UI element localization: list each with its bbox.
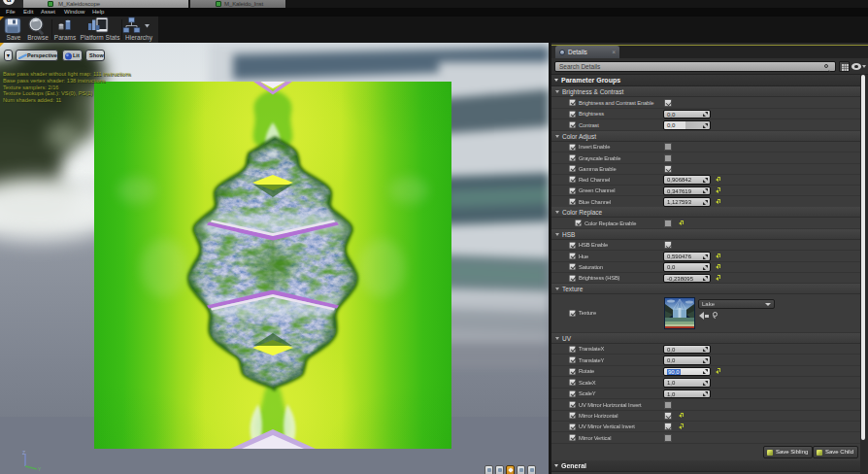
svg-text:Y: Y (38, 466, 42, 472)
svg-text:Z: Z (22, 451, 25, 456)
